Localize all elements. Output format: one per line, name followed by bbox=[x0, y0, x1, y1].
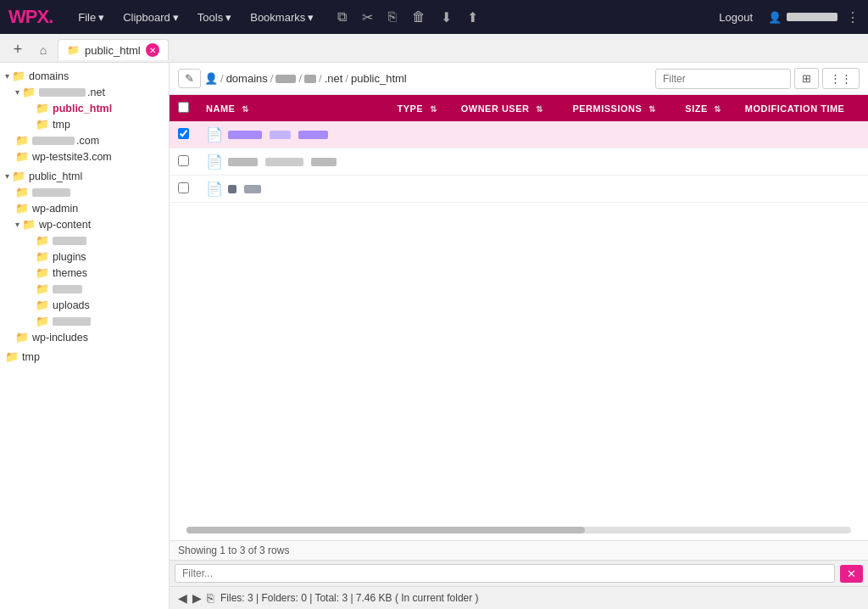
row-checkbox[interactable] bbox=[178, 182, 189, 193]
home-tab-button[interactable]: ⌂ bbox=[32, 39, 54, 61]
sidebar-item-wptestsite[interactable]: 📁 wp-testsite3.com bbox=[10, 148, 169, 165]
status-text: Showing 1 to 3 of 3 rows bbox=[178, 545, 289, 556]
more-options-icon[interactable]: ⋮ bbox=[846, 9, 860, 25]
table-header: NAME ⇅ TYPE ⇅ OWNER USER ⇅ PERMISSIONS ⇅… bbox=[170, 95, 868, 121]
blurred-sub2-label bbox=[53, 285, 82, 293]
sort-icon: ⇅ bbox=[714, 104, 721, 114]
folder-icon: 📁 bbox=[5, 350, 19, 363]
copy-tab-icon[interactable]: ⧉ bbox=[332, 6, 352, 28]
folder-icon: 📁 bbox=[15, 331, 29, 344]
sort-icon: ⇅ bbox=[536, 104, 543, 114]
col-owner[interactable]: OWNER USER ⇅ bbox=[453, 95, 565, 121]
tab-folder-icon: 📁 bbox=[67, 44, 80, 56]
sidebar-filter-input[interactable] bbox=[175, 564, 835, 583]
blurred-sub3-label bbox=[53, 317, 91, 326]
horizontal-scrollbar[interactable] bbox=[186, 527, 851, 534]
sidebar-item-uploads[interactable]: 📁 uploads bbox=[31, 297, 169, 313]
col-checkbox[interactable] bbox=[170, 95, 198, 121]
sidebar-item-plugins[interactable]: 📁 plugins bbox=[31, 249, 169, 265]
row-checkbox-cell[interactable] bbox=[170, 121, 198, 148]
breadcrumb-separator: / bbox=[319, 72, 322, 85]
col-permissions[interactable]: PERMISSIONS ⇅ bbox=[564, 95, 676, 121]
logout-button[interactable]: Logout bbox=[712, 8, 760, 27]
breadcrumb-domains[interactable]: domains bbox=[226, 72, 268, 85]
new-tab-button[interactable]: + bbox=[7, 39, 29, 61]
tab-close-button[interactable]: ✕ bbox=[146, 43, 159, 57]
filename-blurred bbox=[228, 185, 236, 193]
domain-label-blurred bbox=[39, 88, 86, 97]
folder-icon: 📁 bbox=[36, 234, 49, 247]
sidebar-item-blurred-sub3[interactable]: 📁 bbox=[31, 313, 169, 329]
row-checkbox[interactable] bbox=[178, 155, 189, 166]
sidebar-item-public-html-active[interactable]: 📁 public_html bbox=[31, 100, 169, 116]
breadcrumb-current-folder: public_html bbox=[351, 72, 407, 85]
nav-tools[interactable]: Tools bbox=[189, 6, 240, 29]
upload-icon[interactable]: ⬆ bbox=[462, 6, 483, 29]
table-row[interactable]: 📄 bbox=[170, 121, 868, 148]
sidebar-item-label: uploads bbox=[53, 299, 90, 311]
back-icon[interactable]: ◀ bbox=[178, 591, 187, 605]
row-checkbox-cell[interactable] bbox=[170, 176, 198, 203]
list-view-button[interactable]: ⋮⋮ bbox=[822, 68, 860, 89]
row-name-cell: 📄 bbox=[198, 148, 388, 176]
filename-blurred bbox=[228, 131, 262, 139]
nav-file[interactable]: File bbox=[70, 6, 113, 29]
sidebar-item-domains[interactable]: ▾ 📁 domains bbox=[0, 68, 169, 84]
sidebar-item-hidden[interactable]: 📁 bbox=[10, 184, 169, 200]
download-icon[interactable]: ⬇ bbox=[436, 6, 457, 29]
thumbnail-view-button[interactable]: ⊞ bbox=[794, 68, 819, 89]
sidebar-item-label: wp-testsite3.com bbox=[32, 151, 112, 163]
tab-label: public_html bbox=[85, 44, 141, 57]
table-row[interactable]: 📄 bbox=[170, 176, 868, 203]
col-type[interactable]: TYPE ⇅ bbox=[388, 95, 452, 121]
folder-icon: 📁 bbox=[36, 118, 49, 131]
row-checkbox[interactable] bbox=[178, 128, 189, 139]
nav-clipboard[interactable]: Clipboard bbox=[114, 6, 187, 29]
sidebar-item-label-active: public_html bbox=[53, 103, 112, 115]
row-size-cell bbox=[676, 121, 736, 148]
sidebar-item-label: domains bbox=[29, 70, 69, 82]
sidebar-item-label: themes bbox=[53, 267, 87, 279]
filter-input[interactable] bbox=[655, 69, 791, 89]
sort-icon: ⇅ bbox=[648, 104, 656, 114]
copy-path-icon[interactable]: ⎘ bbox=[207, 591, 214, 605]
sidebar-item-wp-includes[interactable]: 📁 wp-includes bbox=[10, 329, 169, 345]
sidebar-item-domain-net[interactable]: ▾ 📁 .net bbox=[10, 84, 169, 100]
breadcrumb-user-icon: 👤 bbox=[204, 72, 218, 85]
paste-icon[interactable]: ⎘ bbox=[383, 6, 402, 28]
sidebar-item-blurred-sub2[interactable]: 📁 bbox=[31, 281, 169, 297]
row-time-cell bbox=[737, 148, 868, 176]
sidebar-item-public-html-root[interactable]: ▾ 📁 public_html bbox=[0, 168, 169, 184]
filter-clear-button[interactable]: ✕ bbox=[840, 565, 863, 583]
sidebar-item-tmp-root[interactable]: 📁 tmp bbox=[0, 349, 169, 365]
col-size[interactable]: SIZE ⇅ bbox=[676, 95, 736, 121]
sidebar-item-wp-content[interactable]: ▾ 📁 wp-content bbox=[10, 216, 169, 232]
filename-blurred bbox=[228, 158, 258, 166]
arrow-icon: ▾ bbox=[5, 71, 9, 81]
footer-bar: ◀ ▶ ⎘ Files: 3 | Folders: 0 | Total: 3 |… bbox=[170, 586, 868, 609]
sidebar-item-wp-admin[interactable]: 📁 wp-admin bbox=[10, 200, 169, 216]
footer-icon-group: ◀ ▶ ⎘ bbox=[178, 591, 214, 605]
nav-bookmarks[interactable]: Bookmarks bbox=[242, 6, 322, 29]
col-name[interactable]: NAME ⇅ bbox=[198, 95, 388, 121]
delete-icon[interactable]: 🗑 bbox=[407, 6, 431, 28]
sidebar-item-label: tmp bbox=[53, 119, 70, 131]
sidebar-item-domain-com[interactable]: 📁 .com bbox=[10, 132, 169, 148]
breadcrumb-edit-button[interactable]: ✎ bbox=[178, 69, 201, 88]
domain-com-label-blurred bbox=[32, 137, 75, 145]
breadcrumb-net[interactable]: .net bbox=[325, 72, 343, 85]
col-modification-time[interactable]: MODIFICATION TIME bbox=[737, 95, 868, 121]
tab-public-html[interactable]: 📁 public_html ✕ bbox=[58, 39, 169, 60]
cut-icon[interactable]: ✂ bbox=[357, 6, 378, 29]
sidebar-item-label: public_html bbox=[29, 170, 82, 182]
sidebar-item-blurred-sub[interactable]: 📁 bbox=[31, 232, 169, 249]
row-name-cell: 📄 bbox=[198, 176, 388, 203]
sidebar-item-themes[interactable]: 📁 themes bbox=[31, 265, 169, 281]
row-checkbox-cell[interactable] bbox=[170, 148, 198, 176]
row-type-cell bbox=[388, 176, 452, 203]
forward-icon[interactable]: ▶ bbox=[192, 591, 202, 605]
sidebar-item-tmp[interactable]: 📁 tmp bbox=[31, 116, 169, 132]
select-all-checkbox[interactable] bbox=[178, 102, 189, 113]
table-row[interactable]: 📄 bbox=[170, 148, 868, 176]
arrow-icon: ▾ bbox=[5, 171, 9, 181]
